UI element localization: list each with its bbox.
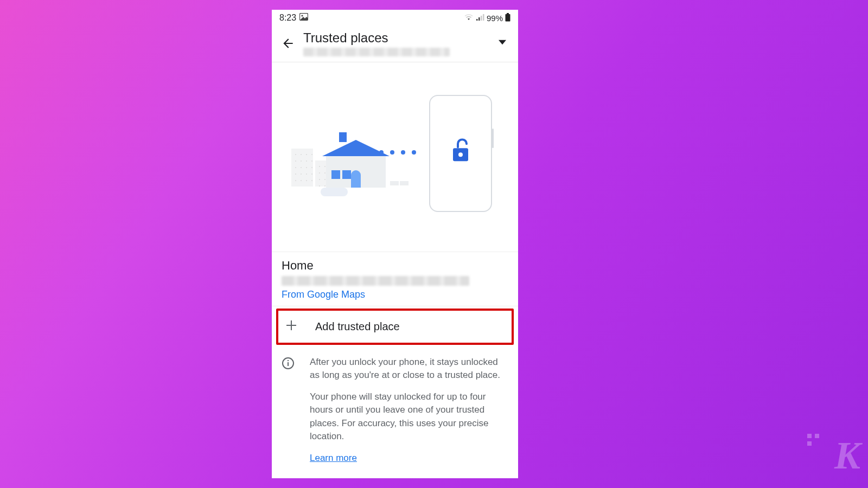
svg-rect-7	[506, 14, 510, 22]
svg-rect-11	[288, 362, 289, 366]
add-trusted-place-button[interactable]: Add trusted place	[276, 309, 514, 345]
info-block: After you unlock your phone, it stays un…	[272, 347, 518, 465]
back-button[interactable]	[277, 36, 299, 50]
phone-illustration	[429, 95, 492, 212]
add-trusted-place-label: Add trusted place	[315, 320, 400, 333]
illustration	[272, 62, 518, 252]
learn-more-link[interactable]: Learn more	[310, 453, 357, 463]
status-battery: 99%	[487, 14, 503, 23]
unlock-icon	[451, 138, 470, 164]
watermark-logo: K	[834, 433, 858, 478]
svg-point-9	[458, 152, 463, 157]
svg-rect-12	[288, 360, 289, 361]
svg-point-1	[302, 15, 303, 16]
chevron-down-icon	[499, 38, 506, 46]
status-time: 8:23	[279, 13, 296, 23]
wifi-icon	[464, 14, 474, 23]
svg-rect-4	[481, 16, 482, 21]
picture-icon	[299, 13, 308, 23]
battery-icon	[505, 13, 510, 23]
connection-dots-icon	[379, 150, 416, 155]
account-dropdown[interactable]	[492, 38, 513, 48]
place-address-redacted	[282, 276, 469, 286]
account-email-redacted	[303, 48, 450, 56]
signal-icon	[476, 14, 484, 23]
page-title: Trusted places	[303, 30, 492, 46]
svg-rect-2	[476, 19, 478, 21]
svg-rect-6	[507, 13, 509, 14]
info-icon	[282, 357, 295, 465]
info-paragraph-2: Your phone will stay unlocked for up to …	[310, 390, 508, 443]
status-bar: 8:23 99%	[272, 10, 518, 26]
app-bar: Trusted places	[272, 26, 518, 62]
phone-frame: 8:23 99% Trusted places	[272, 10, 518, 478]
place-source: From Google Maps	[282, 289, 508, 300]
svg-rect-5	[483, 14, 484, 21]
place-name: Home	[282, 259, 508, 273]
watermark-dots	[807, 434, 819, 446]
arrow-left-icon	[281, 36, 295, 50]
info-paragraph-1: After you unlock your phone, it stays un…	[310, 356, 508, 382]
plus-icon	[285, 318, 298, 335]
trusted-place-item[interactable]: Home From Google Maps	[272, 252, 518, 306]
svg-rect-3	[478, 17, 480, 21]
